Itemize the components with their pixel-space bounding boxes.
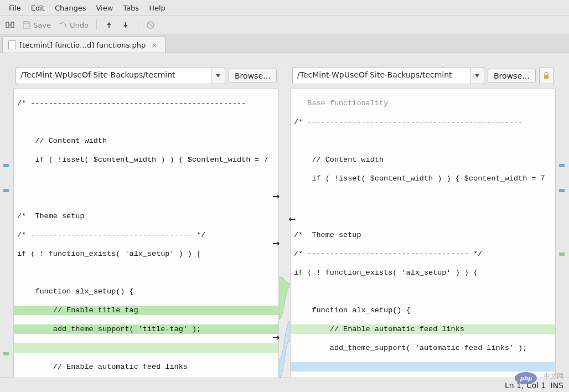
toolbar-separator <box>96 19 97 30</box>
merge-right-button[interactable]: → <box>272 332 280 343</box>
overview-mark <box>3 164 9 167</box>
undo-label: Undo <box>70 21 89 29</box>
overview-mark <box>3 352 9 355</box>
left-path-dropdown[interactable] <box>211 68 225 84</box>
svg-rect-4 <box>544 75 549 79</box>
menubar: File Edit Changes View Tabs Help <box>0 0 569 16</box>
left-pane: /TecMint-WpUseOf-Site-Backups/tecmint Br… <box>13 64 279 392</box>
right-browse-button[interactable]: Browse… <box>488 69 536 83</box>
merge-right-button[interactable]: → <box>272 238 280 249</box>
code-line <box>14 117 278 127</box>
left-browse-button[interactable]: Browse… <box>229 69 277 83</box>
menu-edit[interactable]: Edit <box>27 2 49 14</box>
overview-mark <box>559 164 565 167</box>
undo-icon <box>59 20 68 29</box>
right-overview-gutter[interactable] <box>556 64 569 392</box>
right-path-dropdown[interactable] <box>470 68 484 84</box>
svg-rect-0 <box>6 22 9 28</box>
tab-active[interactable]: [tecmint] functio…d] functions.php × <box>2 37 165 53</box>
svg-rect-1 <box>11 22 14 28</box>
code-line: function alx_setup() { <box>291 306 555 315</box>
code-line: if ( !isset( $content_width ) ) { $conte… <box>291 174 555 183</box>
overview-mark <box>559 252 565 256</box>
code-line: // Content width <box>14 136 278 146</box>
code-line: add_theme_support( 'automatic-feed-links… <box>291 343 555 353</box>
stop-button[interactable] <box>146 20 155 29</box>
tab-close-button[interactable]: × <box>149 41 159 49</box>
tabbar: [tecmint] functio…d] functions.php × <box>0 34 569 53</box>
code-line: /* Theme setup <box>291 230 555 240</box>
code-line <box>291 287 555 296</box>
compare-icon <box>6 20 14 29</box>
right-pane: /TecMint-WpUseOf-Site-Backups/tecmint Br… <box>290 64 556 392</box>
code-line <box>14 268 278 277</box>
right-path-input[interactable]: /TecMint-WpUseOf-Site-Backups/tecmint <box>292 68 470 84</box>
next-change-button[interactable] <box>121 20 130 29</box>
left-path-combo: /TecMint-WpUseOf-Site-Backups/tecmint <box>15 68 225 84</box>
code-line <box>14 193 278 202</box>
chevron-down-icon <box>216 74 220 78</box>
code-line: Base functionality <box>291 99 555 108</box>
toolbar-separator-2 <box>138 19 138 30</box>
overview-mark <box>3 189 9 192</box>
left-editor[interactable]: /* -------------------------------------… <box>13 89 279 392</box>
lock-button[interactable] <box>539 68 554 84</box>
merge-left-button[interactable]: ← <box>288 214 296 224</box>
code-line: // Enable automatic feed links <box>14 362 278 372</box>
undo-button[interactable]: Undo <box>59 20 89 29</box>
document-icon <box>8 40 16 49</box>
code-line: if ( ! function_exists( 'alx_setup' ) ) … <box>291 268 555 277</box>
code-line: // Content width <box>291 155 555 164</box>
code-line: if ( ! function_exists( 'alx_setup' ) ) … <box>14 249 278 259</box>
tab-title: [tecmint] functio…d] functions.php <box>19 41 146 49</box>
right-pathbar: /TecMint-WpUseOf-Site-Backups/tecmint Br… <box>290 64 556 89</box>
left-path-input[interactable]: /TecMint-WpUseOf-Site-Backups/tecmint <box>15 68 211 84</box>
code-line-added: // Enable automatic feed links <box>291 324 555 334</box>
center-link-map <box>279 64 290 392</box>
code-line: /* ------------------------------------ … <box>291 249 555 259</box>
arrow-down-icon <box>121 20 130 29</box>
new-compare-button[interactable] <box>6 20 14 29</box>
code-line <box>291 193 555 202</box>
code-line: if ( !isset( $content_width ) ) { $conte… <box>14 155 278 164</box>
left-overview-gutter[interactable] <box>0 64 13 392</box>
stop-icon <box>146 20 155 29</box>
overview-mark <box>559 189 565 192</box>
link-paths <box>279 64 290 392</box>
save-label: Save <box>33 21 51 29</box>
menu-changes[interactable]: Changes <box>50 2 91 14</box>
menu-tabs[interactable]: Tabs <box>118 2 143 14</box>
toolbar: Save Undo <box>0 16 569 34</box>
php-logo-watermark: php <box>515 372 537 384</box>
code-line <box>14 174 278 183</box>
code-line-added: // Enable title tag <box>14 306 278 315</box>
compare-area: /TecMint-WpUseOf-Site-Backups/tecmint Br… <box>0 64 569 376</box>
code-line: /* Theme setup <box>14 212 278 221</box>
merge-right-button[interactable]: → <box>272 191 280 202</box>
right-editor[interactable]: Base functionality /* ------------------… <box>290 89 556 392</box>
left-pathbar: /TecMint-WpUseOf-Site-Backups/tecmint Br… <box>13 64 279 89</box>
code-line: /* -------------------------------------… <box>291 117 555 127</box>
arrow-up-icon <box>105 20 113 29</box>
status-insert-mode: INS <box>551 381 564 390</box>
watermark-text: 中文网 <box>544 372 563 381</box>
code-line: /* ------------------------------------ … <box>14 230 278 240</box>
code-line-changed <box>291 362 555 372</box>
prev-change-button[interactable] <box>105 20 113 29</box>
right-path-combo: /TecMint-WpUseOf-Site-Backups/tecmint <box>292 68 484 84</box>
save-icon <box>22 20 31 29</box>
code-line <box>291 136 555 146</box>
code-line-added: add_theme_support( 'title-tag' ); <box>14 324 278 334</box>
lock-icon <box>542 72 550 80</box>
menu-file[interactable]: File <box>4 2 25 14</box>
code-line <box>291 212 555 221</box>
save-button[interactable]: Save <box>22 20 51 29</box>
menu-help[interactable]: Help <box>144 2 170 14</box>
code-line: function alx_setup() { <box>14 287 278 296</box>
menu-view[interactable]: View <box>92 2 118 14</box>
code-line: /* -------------------------------------… <box>14 99 278 108</box>
chevron-down-icon <box>475 74 479 78</box>
statusbar: Ln 1, Col 1 INS <box>0 378 569 392</box>
code-line-added <box>14 343 278 353</box>
